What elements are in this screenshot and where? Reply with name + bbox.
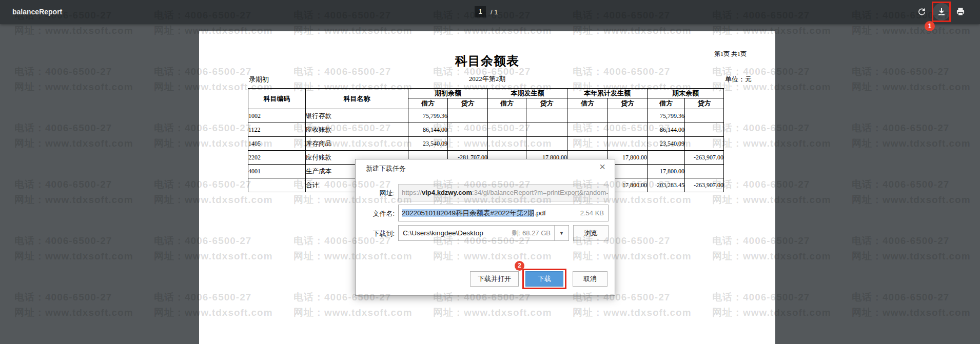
print-icon[interactable] — [953, 4, 968, 19]
cell-value: 23,540.09 — [648, 137, 685, 151]
table-row: 1405 库存商品 23,540.09 23,540.09 — [248, 137, 724, 151]
filename-extension: .pdf — [534, 209, 546, 217]
col-group-ending: 期末余额 — [648, 89, 724, 98]
cell-value — [448, 109, 488, 123]
cell-value: 86,144.00 — [408, 123, 448, 137]
col-header-credit: 贷方 — [448, 98, 488, 109]
page-number-input[interactable]: 1 — [475, 6, 486, 17]
browse-button[interactable]: 浏览 — [573, 225, 609, 241]
watermark-text: 电话：4006-6500-27网址：www.tdxsoft.com — [14, 64, 133, 95]
filename-selected-text: 20220510182049科目余额表#2022年第2期 — [402, 209, 534, 217]
download-and-open-button[interactable]: 下载并打开 — [470, 271, 519, 287]
cell-value — [526, 109, 567, 123]
url-prefix: https:// — [402, 189, 422, 196]
url-rest: :34/gl/balanceReport?m=printExport&rando… — [472, 189, 609, 196]
download-icon[interactable] — [933, 3, 950, 21]
cell-code: 1405 — [248, 137, 306, 151]
chevron-down-icon[interactable]: ▼ — [554, 226, 569, 240]
cell-code: 1002 — [248, 109, 306, 123]
page-indicator: 1 / 1 — [475, 6, 498, 17]
annotation-step2-badge: 2 — [515, 261, 524, 271]
cell-value — [608, 123, 648, 137]
destination-label: 下载到: — [356, 229, 395, 238]
report-title: 科目余额表 — [199, 53, 775, 69]
watermark-text: 电话：4006-6500-27网址：www.tdxsoft.com — [852, 64, 971, 95]
free-space: 剩: 68.27 GB — [512, 229, 554, 238]
watermark-text: 电话：4006-6500-27网址：www.tdxsoft.com — [852, 290, 971, 320]
report-left-note: 录期初 — [249, 75, 269, 84]
report-period: 2022年第2期 — [199, 74, 775, 84]
watermark-text: 电话：4006-6500-27网址：www.tdxsoft.com — [14, 233, 133, 264]
page-total-label: / 1 — [491, 8, 498, 16]
cell-value: 75,799.36 — [648, 109, 685, 123]
cell-value — [526, 123, 567, 137]
cell-value — [488, 137, 526, 151]
watermark-text: 电话：4006-6500-27网址：www.tdxsoft.com — [14, 177, 133, 208]
cell-value: 86,144.00 — [648, 123, 685, 137]
watermark-text: 电话：4006-6500-27网址：www.tdxsoft.com — [852, 233, 971, 264]
col-header-credit: 贷方 — [608, 98, 648, 109]
watermark-text: 电话：4006-6500-27网址：www.tdxsoft.com — [852, 177, 971, 208]
col-group-opening: 期初余额 — [408, 89, 488, 98]
cell-value: -263,907.00 — [685, 151, 724, 165]
cell-code: 2202 — [248, 151, 306, 165]
col-group-ytd: 本年累计发生额 — [567, 89, 648, 98]
cell-value — [488, 123, 526, 137]
col-header-credit: 贷方 — [685, 98, 724, 109]
destination-path: C:\Users\kingdee\Desktop — [399, 229, 483, 237]
table-row: 1122 应收账款 86,144.00 86,144.00 — [248, 123, 724, 137]
filename-label: 文件名: — [356, 209, 395, 218]
cell-value — [448, 137, 488, 151]
cell-value — [648, 151, 685, 165]
filename-field[interactable]: 20220510182049科目余额表#2022年第2期.pdf 2.54 KB — [398, 205, 609, 221]
watermark-text: 电话：4006-6500-27网址：www.tdxsoft.com — [852, 120, 971, 151]
cell-value — [685, 109, 724, 123]
dialog-title: 新建下载任务 — [366, 164, 406, 173]
download-dialog: 新建下载任务 × 网址: https://vip4.kdzwy.com:34/g… — [355, 159, 615, 296]
col-header-credit: 贷方 — [526, 98, 567, 109]
col-header-debit: 借方 — [648, 98, 685, 109]
cell-code — [248, 178, 306, 192]
cell-value — [567, 123, 608, 137]
col-header-debit: 借方 — [408, 98, 448, 109]
cell-code: 4001 — [248, 165, 306, 178]
cell-value: 17,800.00 — [648, 165, 685, 178]
url-field[interactable]: https://vip4.kdzwy.com:34/gl/balanceRepo… — [398, 184, 609, 201]
cell-name: 银行存款 — [306, 109, 408, 123]
cell-name: 应收账款 — [306, 123, 408, 137]
download-button[interactable]: 下载 — [525, 271, 563, 287]
cell-code: 1122 — [248, 123, 306, 137]
pdf-viewer-screen: 第1页 共1页 科目余额表 2022年第2期 录期初 单位：元 科目编码 科目名… — [0, 0, 980, 344]
report-unit: 单位：元 — [725, 75, 752, 84]
cell-value — [608, 109, 648, 123]
refresh-icon[interactable] — [914, 4, 929, 19]
cell-value — [526, 137, 567, 151]
watermark-text: 电话：4006-6500-27网址：www.tdxsoft.com — [14, 290, 133, 320]
cell-value — [685, 165, 724, 178]
cell-value — [608, 137, 648, 151]
cell-value — [448, 123, 488, 137]
col-header-code: 科目编码 — [248, 89, 306, 109]
table-row: 1002 银行存款 75,799.36 75,799.36 — [248, 109, 724, 123]
col-header-name: 科目名称 — [306, 89, 408, 109]
cell-value: 23,540.09 — [408, 137, 448, 151]
file-size: 2.54 KB — [580, 205, 604, 221]
destination-field[interactable]: C:\Users\kingdee\Desktop 剩: 68.27 GB ▼ — [398, 225, 569, 241]
cell-value: 203,283.45 — [648, 178, 685, 192]
cancel-button[interactable]: 取消 — [573, 271, 607, 287]
dialog-titlebar[interactable]: 新建下载任务 × — [356, 159, 615, 176]
viewer-toolbar: balanceReport 1 / 1 — [0, 0, 980, 24]
document-title: balanceReport — [12, 8, 62, 16]
cell-value — [685, 137, 724, 151]
close-icon[interactable]: × — [597, 161, 608, 172]
cell-value: 75,799.36 — [408, 109, 448, 123]
col-header-debit: 借方 — [488, 98, 526, 109]
cell-value: -263,907.00 — [685, 178, 724, 192]
cell-value — [488, 109, 526, 123]
col-header-debit: 借方 — [567, 98, 608, 109]
watermark-text: 电话：4006-6500-27网址：www.tdxsoft.com — [14, 120, 133, 151]
cell-value — [567, 137, 608, 151]
cell-value — [685, 123, 724, 137]
cell-value — [567, 109, 608, 123]
col-group-period: 本期发生额 — [488, 89, 567, 98]
